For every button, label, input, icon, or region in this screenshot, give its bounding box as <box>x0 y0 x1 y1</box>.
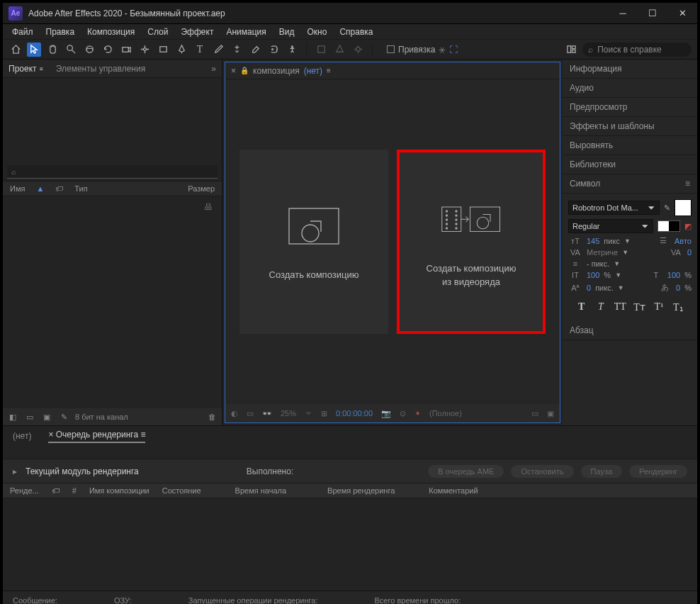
leading-value[interactable]: Авто <box>674 237 691 245</box>
tracking-value[interactable]: 0 <box>687 248 691 257</box>
rotate-tool[interactable] <box>101 43 115 57</box>
subscript-button[interactable]: T₁ <box>671 300 686 314</box>
menu-edit[interactable]: Правка <box>40 26 81 38</box>
anchor-tool[interactable] <box>137 43 152 57</box>
project-search-input[interactable] <box>7 165 218 179</box>
resolution-select[interactable]: (Полное) <box>429 409 462 418</box>
orbit-tool[interactable] <box>82 43 96 57</box>
tab-effect-controls[interactable]: Элементы управления <box>56 64 145 74</box>
col-type[interactable]: Тип <box>74 184 87 193</box>
workspace-icon[interactable] <box>564 43 578 57</box>
stroke-color-swatch[interactable] <box>657 220 680 232</box>
allcaps-button[interactable]: TT <box>613 300 628 314</box>
menu-effect[interactable]: Эффект <box>174 26 220 38</box>
puppet-tool[interactable] <box>285 43 299 57</box>
colormgmt-icon[interactable]: ✦ <box>414 409 421 418</box>
view-icon[interactable]: ▭ <box>531 409 538 418</box>
tab-project[interactable]: Проект ≡ <box>9 64 43 74</box>
col-tag[interactable]: 🏷 <box>52 486 60 495</box>
render-queue-body[interactable] <box>3 498 697 591</box>
close-button[interactable]: ✕ <box>667 3 697 24</box>
new-composition-from-footage-card[interactable]: Создать композициюиз видеоряда <box>397 150 546 334</box>
stop-button[interactable]: Остановить <box>511 465 573 478</box>
help-search[interactable]: ⌕ Поиск в справке <box>582 43 691 57</box>
smallcaps-button[interactable]: Tᴛ <box>632 300 647 314</box>
col-num[interactable]: # <box>72 486 77 495</box>
eyedropper-icon[interactable]: ✎ <box>664 203 670 213</box>
font-size-value[interactable]: 145 <box>587 237 599 245</box>
section-info[interactable]: Информация <box>563 60 697 79</box>
tsume-value[interactable]: 0 <box>676 284 680 292</box>
menu-help[interactable]: Справка <box>333 26 379 38</box>
expand-panels-icon[interactable]: » <box>211 64 216 74</box>
lock-icon[interactable]: 🔒 <box>240 67 249 74</box>
alpha-icon[interactable]: ◐ <box>231 409 238 418</box>
menu-animation[interactable]: Анимация <box>220 26 272 38</box>
zoom-tool[interactable] <box>64 43 78 57</box>
rect-tool[interactable] <box>156 43 170 57</box>
brush-tool[interactable] <box>211 43 225 57</box>
grid-icon[interactable]: ⊙ <box>400 409 406 418</box>
pen-tool[interactable] <box>174 43 188 57</box>
panel-menu-icon[interactable]: ≡ <box>685 179 690 189</box>
col-starttime[interactable]: Время начала <box>235 486 286 495</box>
view2-icon[interactable]: ▣ <box>547 409 554 418</box>
hand-tool[interactable] <box>45 43 60 57</box>
light-tool[interactable] <box>351 43 365 57</box>
new-composition-card[interactable]: Создать композицию <box>239 150 388 334</box>
project-file-list[interactable]: 品 <box>3 196 222 408</box>
section-character[interactable]: Символ≡ <box>563 174 697 194</box>
italic-button[interactable]: T <box>593 300 608 314</box>
section-audio[interactable]: Аудио <box>563 79 697 98</box>
section-effects[interactable]: Эффекты и шаблоны <box>563 117 697 136</box>
col-comment[interactable]: Комментарий <box>429 486 478 495</box>
col-compname[interactable]: Имя композиции <box>89 486 149 495</box>
snap-toggle[interactable]: Привязка ⚹ ⛶ <box>387 45 458 55</box>
shape-tool[interactable] <box>332 43 346 57</box>
menu-file[interactable]: Файл <box>6 26 40 38</box>
bold-button[interactable]: T <box>574 300 589 314</box>
monitor-icon[interactable]: ▭ <box>247 409 254 418</box>
clone-tool[interactable] <box>230 43 244 57</box>
section-paragraph[interactable]: Абзац <box>563 321 697 340</box>
col-rendertime[interactable]: Время рендеринга <box>327 486 395 495</box>
baseline-value[interactable]: 0 <box>587 284 591 292</box>
bpc-label[interactable]: 8 бит на канал <box>75 413 128 421</box>
hscale-value[interactable]: 100 <box>667 271 680 279</box>
tab-render-queue[interactable]: × Очередь рендеринга ≡ <box>48 430 145 443</box>
tab-menu-icon[interactable]: ≡ <box>327 67 331 74</box>
render-button[interactable]: Рендеринг <box>629 465 687 478</box>
eraser-tool[interactable] <box>248 43 262 57</box>
timecode[interactable]: 0:00:00:00 <box>336 409 373 418</box>
pause-button[interactable]: Пауза <box>581 465 623 478</box>
col-status[interactable]: Состояние <box>162 486 201 495</box>
section-preview[interactable]: Предпросмотр <box>563 98 697 117</box>
mask-tool[interactable] <box>314 43 328 57</box>
tab-timeline-none[interactable]: (нет) <box>13 431 31 441</box>
menu-window[interactable]: Окно <box>300 26 333 38</box>
tag-icon[interactable]: 🏷 <box>55 184 63 193</box>
interpret-icon[interactable]: ◧ <box>7 411 18 423</box>
settings-icon[interactable]: ✎ <box>58 411 69 423</box>
vscale-value[interactable]: 100 <box>587 271 599 279</box>
hierarchy-icon[interactable]: 品 <box>205 202 212 212</box>
selection-tool[interactable] <box>27 43 41 57</box>
menu-composition[interactable]: Композиция <box>81 26 141 38</box>
resolution-icon[interactable]: ⊞ <box>321 409 327 418</box>
snap-checkbox[interactable] <box>387 45 395 53</box>
kerning-value[interactable]: Метриче <box>587 248 618 257</box>
camera-icon[interactable]: 📷 <box>381 409 391 418</box>
roto-tool[interactable] <box>266 43 281 57</box>
section-align[interactable]: Выровнять <box>563 136 697 155</box>
col-size[interactable]: Размер <box>188 184 215 193</box>
font-weight-select[interactable]: Regular⏷ <box>568 219 653 233</box>
fill-color-swatch[interactable] <box>674 199 691 216</box>
font-family-select[interactable]: Robotron Dot Ma...⏷ <box>568 201 660 215</box>
col-name[interactable]: Имя <box>10 184 25 193</box>
queue-ame-button[interactable]: В очередь AME <box>428 465 504 478</box>
folder-icon[interactable]: ▭ <box>24 411 35 423</box>
stroke-value[interactable]: - пикс. <box>587 259 609 268</box>
menu-layer[interactable]: Слой <box>141 26 174 38</box>
nofill-icon[interactable]: ◩ <box>684 222 691 231</box>
maximize-button[interactable]: ☐ <box>638 3 667 24</box>
